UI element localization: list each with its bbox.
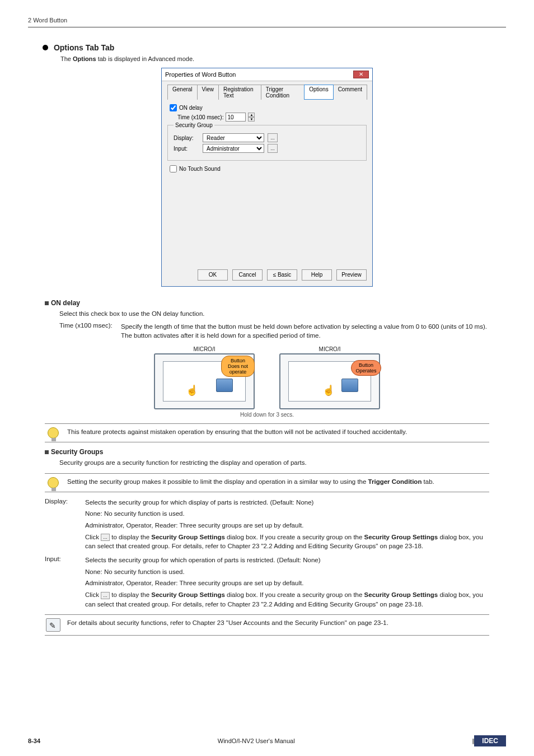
security-ref-note: For details about security functions, re… — [45, 614, 489, 636]
input-browse-button[interactable]: ... — [268, 144, 278, 153]
basic-button[interactable]: ≤ Basic — [267, 269, 297, 281]
input-none-line: None: No security function is used. — [85, 567, 489, 577]
help-button[interactable]: Help — [302, 269, 332, 281]
no-touch-sound-checkbox[interactable] — [170, 165, 177, 172]
display-click-line: Click ... to display the Security Group … — [85, 533, 489, 551]
bulb-icon — [48, 477, 59, 488]
time-label: Time (x100 msec): — [177, 114, 223, 120]
hand-icon: ☝ — [322, 384, 335, 396]
hold-label: Hold down for 3 secs. — [28, 412, 506, 418]
dialog-tabs: General View Registration Text Trigger C… — [167, 85, 367, 100]
display-select[interactable]: Reader — [203, 133, 264, 142]
input-def-val: Selects the security group for which ope… — [85, 556, 489, 565]
properties-dialog: Properties of Word Button ✕ General View… — [161, 68, 373, 287]
display-def-val: Selects the security group for which dis… — [85, 498, 489, 507]
bubble-left: Button Does not operate — [221, 356, 255, 377]
hand-icon: ☝ — [186, 384, 198, 396]
display-none-line: None: No security function is used. — [85, 509, 489, 519]
display-browse-button[interactable]: ... — [268, 133, 278, 142]
display-label: Display: — [174, 135, 199, 141]
tab-options[interactable]: Options — [304, 85, 333, 100]
brand-logo: ▮IDEC — [472, 737, 506, 745]
display-admin-line: Administrator, Operator, Reader: Three s… — [85, 521, 489, 530]
security-group-fieldset: Security Group Display: Reader ... Input… — [167, 125, 367, 161]
time-desc: Specify the length of time that the butt… — [121, 322, 506, 340]
no-touch-sound-label: No Touch Sound — [179, 166, 221, 172]
options-tab-intro: The Options tab is displayed in Advanced… — [60, 55, 506, 62]
security-note: Setting the security group makes it poss… — [45, 473, 489, 492]
bubble-right: Button Operates — [351, 360, 381, 376]
tab-general[interactable]: General — [167, 85, 198, 100]
close-icon[interactable]: ✕ — [353, 71, 369, 78]
on-delay-note: This feature protects against mistaken o… — [45, 423, 489, 442]
header-section-title: 2 Word Button — [28, 17, 506, 27]
input-admin-line: Administrator, Operator, Reader: Three s… — [85, 578, 489, 588]
input-def-key: Input: — [45, 556, 85, 565]
cancel-button[interactable]: Cancel — [232, 269, 263, 281]
on-delay-heading: ON delay — [45, 299, 506, 307]
bulb-icon — [48, 427, 59, 438]
input-click-line: Click ... to display the Security Group … — [85, 590, 489, 609]
ok-button[interactable]: OK — [198, 269, 228, 281]
security-desc: Security groups are a security function … — [59, 458, 506, 468]
on-delay-checkbox[interactable] — [170, 104, 177, 111]
spin-down-icon[interactable]: ▼ — [248, 117, 255, 122]
display-def-key: Display: — [45, 498, 85, 507]
tab-view[interactable]: View — [197, 85, 219, 100]
bullet-icon — [43, 45, 48, 50]
input-select[interactable]: Administrator — [203, 144, 264, 153]
page-number: 8-34 — [28, 738, 40, 744]
security-groups-heading: Security Groups — [45, 448, 506, 456]
spin-up-icon[interactable]: ▲ — [248, 113, 255, 117]
input-label: Input: — [174, 146, 199, 152]
on-delay-desc: Select this check box to use the ON dela… — [59, 309, 506, 319]
time-key: Time (x100 msec): — [59, 322, 121, 340]
tab-trigger-condition[interactable]: Trigger Condition — [261, 85, 305, 100]
tab-registration-text[interactable]: Registration Text — [218, 85, 261, 100]
micro-illustration: MICRO/I ☝ Button Does not operate MICRO/… — [28, 346, 506, 409]
browse-icon[interactable]: ... — [101, 534, 110, 541]
time-input[interactable] — [226, 113, 246, 122]
manual-title: WindO/I-NV2 User's Manual — [218, 738, 295, 744]
preview-button[interactable]: Preview — [336, 269, 367, 281]
browse-icon[interactable]: ... — [101, 592, 110, 599]
options-tab-heading: Options Tab Tab — [43, 43, 506, 52]
tab-comment[interactable]: Comment — [333, 85, 367, 100]
dialog-title: Properties of Word Button — [165, 71, 236, 78]
on-delay-label: ON delay — [179, 105, 203, 111]
reference-icon — [46, 618, 60, 632]
